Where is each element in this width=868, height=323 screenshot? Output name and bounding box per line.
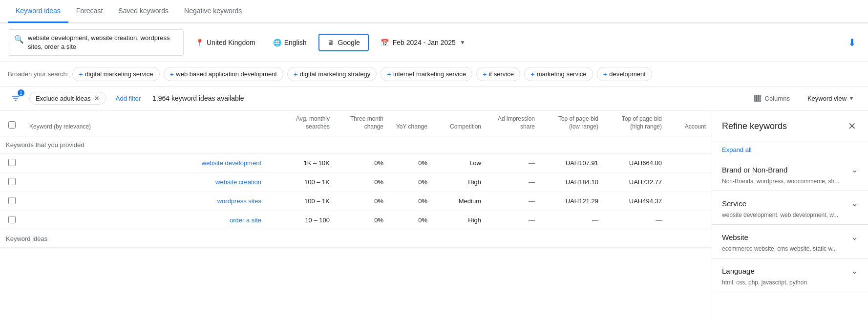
keyword-text[interactable]: wordpress sites — [217, 197, 261, 205]
col-header-top-high: Top of page bid (high range) — [622, 115, 662, 130]
refine-close-button[interactable]: ✕ — [846, 118, 858, 134]
refine-section-service: Service ⌄ website development, web devel… — [712, 191, 868, 225]
row-checkbox[interactable] — [8, 197, 16, 204]
avg-monthly: 1K – 10K — [304, 159, 330, 167]
tab-negative-keywords[interactable]: Negative keywords — [176, 0, 250, 23]
avg-monthly: 100 – 1K — [304, 197, 330, 205]
three-month: 0% — [374, 216, 383, 224]
search-text: website development, website creation, w… — [28, 34, 177, 51]
close-icon[interactable]: ✕ — [94, 94, 100, 102]
date-range-button[interactable]: 📅 Feb 2024 - Jan 2025 ▼ — [375, 35, 471, 50]
row-checkbox[interactable] — [8, 159, 16, 166]
search-engine-label: Google — [338, 39, 360, 46]
broaden-chip-6[interactable]: + development — [597, 67, 652, 81]
expand-all-button[interactable]: Expand all — [712, 142, 868, 157]
broaden-chip-0[interactable]: + digital marketing service — [72, 67, 159, 81]
refine-section-service-title: Service — [722, 199, 746, 208]
top-low: UAH121.29 — [566, 197, 598, 205]
ad-impression: — — [529, 178, 535, 186]
competition: High — [468, 178, 481, 186]
competition: High — [468, 216, 481, 224]
refine-section-brand-title: Brand or Non-Brand — [722, 166, 787, 174]
tab-forecast[interactable]: Forecast — [68, 0, 110, 23]
ad-impression: — — [529, 197, 535, 205]
table-row: wordpress sites 100 – 1K 0% 0% Medium — … — [0, 192, 712, 211]
columns-icon — [753, 94, 762, 103]
plus-icon: + — [603, 70, 608, 78]
broaden-row: Broaden your search: + digital marketing… — [0, 62, 868, 86]
search-icon: 🔍 — [14, 35, 24, 44]
plus-icon: + — [294, 70, 298, 78]
keyword-view-button[interactable]: Keyword view ▼ — [802, 93, 860, 104]
row-checkbox[interactable] — [8, 178, 16, 185]
plus-icon: + — [387, 70, 391, 78]
keyword-view-label: Keyword view — [807, 95, 847, 102]
top-high: UAH494.37 — [629, 197, 662, 205]
section-label-provided: Keywords that you provided — [6, 141, 84, 149]
chevron-down-icon: ▼ — [460, 39, 466, 46]
table-row: order a site 10 – 100 0% 0% High — — — — [0, 211, 712, 230]
plus-icon: + — [170, 70, 174, 78]
refine-section-language: Language ⌄ html, css, php, javascript, p… — [712, 258, 868, 292]
language-button[interactable]: 🌐 English — [267, 35, 313, 50]
yoy: 0% — [418, 216, 427, 224]
broaden-label: Broaden your search: — [8, 70, 68, 78]
keyword-text[interactable]: website development — [202, 159, 261, 167]
location-button[interactable]: 📍 United Kingdom — [190, 35, 261, 50]
col-header-top-low: Top of page bid (low range) — [558, 115, 598, 130]
col-header-three-month: Three month change — [350, 115, 383, 130]
table-row: website creation 100 – 1K 0% 0% High — U… — [0, 172, 712, 192]
refine-section-website: Website ⌄ ecommerce website, cms website… — [712, 225, 868, 258]
language-label: English — [284, 39, 307, 46]
plus-icon: + — [79, 70, 83, 78]
section-label-ideas: Keyword ideas — [6, 235, 47, 242]
refine-panel: Refine keywords ✕ Expand all Brand or No… — [712, 110, 868, 323]
col-header-avg: Avg. monthly searches — [296, 115, 330, 130]
tab-saved-keywords[interactable]: Saved keywords — [110, 0, 176, 23]
toolbar-row: 1 Exclude adult ideas ✕ Add filter 1,964… — [0, 86, 868, 110]
columns-label: Columns — [765, 95, 790, 102]
competition: Medium — [459, 197, 481, 205]
section-header-provided: Keywords that you provided — [0, 136, 712, 153]
select-all-checkbox[interactable] — [8, 121, 16, 129]
keyword-text[interactable]: website creation — [215, 178, 261, 186]
broaden-chip-1[interactable]: + web based application development — [164, 67, 283, 81]
add-filter-button[interactable]: Add filter — [112, 93, 145, 104]
download-button[interactable]: ⬇ — [844, 33, 860, 52]
search-engine-button[interactable]: 🖥 Google — [318, 34, 369, 51]
avg-monthly: 10 – 100 — [305, 216, 330, 224]
three-month: 0% — [374, 197, 383, 205]
broaden-chip-2[interactable]: + digital marketing strategy — [287, 67, 377, 81]
chevron-down-icon: ⌄ — [851, 265, 858, 276]
col-header-ad-impression: Ad impression share — [498, 115, 535, 130]
plus-icon: + — [483, 70, 487, 78]
filter-icon-button[interactable]: 1 — [8, 90, 23, 106]
language-icon: 🌐 — [273, 39, 281, 46]
chevron-down-icon: ▼ — [848, 95, 854, 102]
refine-section-brand: Brand or Non-Brand ⌄ Non-Brands, wordpre… — [712, 157, 868, 191]
ad-impression: — — [529, 159, 535, 167]
broaden-chip-4[interactable]: + it service — [476, 67, 520, 81]
ad-impression: — — [529, 216, 535, 224]
columns-button[interactable]: Columns — [747, 92, 796, 105]
refine-section-service-subtitle: website development, web development, w.… — [712, 212, 868, 224]
keyword-text[interactable]: order a site — [230, 216, 261, 224]
three-month: 0% — [374, 178, 383, 186]
yoy: 0% — [418, 197, 427, 205]
broaden-chip-3[interactable]: + internet marketing service — [381, 67, 472, 81]
exclude-label: Exclude adult ideas — [36, 95, 91, 102]
row-checkbox[interactable] — [8, 216, 16, 223]
tabs-bar: Keyword ideas Forecast Saved keywords Ne… — [0, 0, 868, 23]
refine-header: Refine keywords ✕ — [712, 110, 868, 142]
chip-label: development — [609, 70, 645, 78]
top-high: UAH664.00 — [629, 159, 662, 167]
broaden-chip-5[interactable]: + marketing service — [524, 67, 593, 81]
refine-section-brand-subtitle: Non-Brands, wordpress, woocommerce, sh..… — [712, 178, 868, 191]
location-label: United Kingdom — [207, 39, 255, 46]
tab-keyword-ideas[interactable]: Keyword ideas — [8, 0, 68, 23]
plus-icon: + — [530, 70, 535, 78]
chip-label: web based application development — [176, 70, 277, 78]
date-range-label: Feb 2024 - Jan 2025 — [393, 39, 456, 46]
search-box[interactable]: 🔍 website development, website creation,… — [8, 29, 184, 56]
top-low-dash: — — [592, 216, 598, 224]
